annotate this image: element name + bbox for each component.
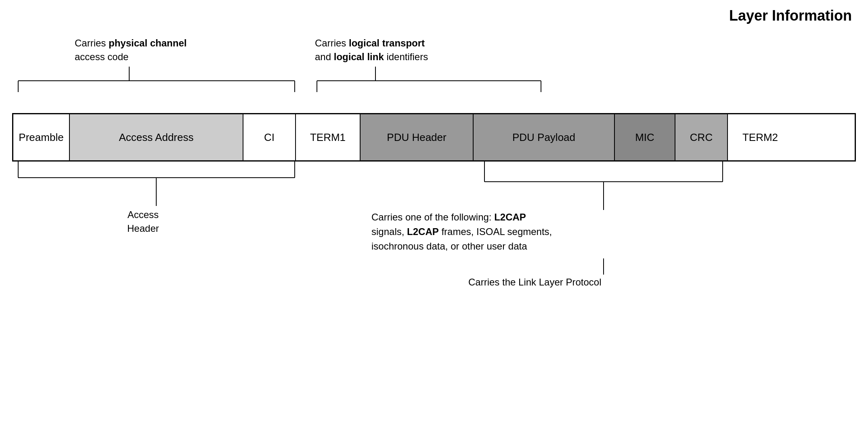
field-access-address: Access Address [70, 114, 243, 160]
field-crc: CRC [675, 114, 728, 160]
top-annotations: Carries physical channelaccess code Carr… [12, 32, 856, 113]
field-pdu-payload: PDU Payload [474, 114, 615, 160]
diagram-container: Carries physical channelaccess code Carr… [12, 32, 856, 315]
bottom-annotations: AccessHeader Carries one of the followin… [12, 162, 856, 315]
page-title: Layer Information [729, 7, 852, 24]
link-layer-protocol-label: Carries the Link Layer Protocol [468, 277, 601, 288]
access-header-label: AccessHeader [127, 208, 159, 235]
pdu-payload-desc: Carries one of the following: L2CAP sign… [371, 210, 598, 254]
field-mic: MIC [615, 114, 675, 160]
field-preamble: Preamble [13, 114, 70, 160]
field-term1: TERM1 [296, 114, 361, 160]
field-ci: CI [243, 114, 296, 160]
packet-row: Preamble Access Address CI TERM1 PDU Hea… [12, 113, 856, 162]
field-pdu-header: PDU Header [361, 114, 474, 160]
top-bracket-svg [12, 32, 856, 113]
field-term2: TERM2 [728, 114, 793, 160]
